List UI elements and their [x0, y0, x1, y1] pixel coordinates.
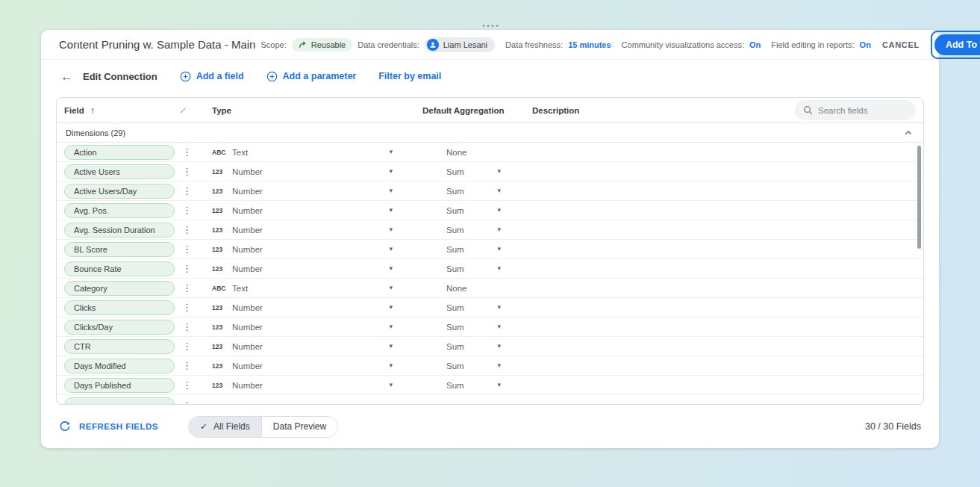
- aggregation-select[interactable]: None ▾: [422, 143, 532, 161]
- field-name: Avg. Pos.: [74, 206, 109, 215]
- aggregation-select[interactable]: Sum ▾: [422, 376, 532, 394]
- field-options-menu-icon[interactable]: ⋮: [181, 361, 193, 370]
- freshness-value[interactable]: 15 minutes: [568, 40, 611, 49]
- type-icon: 123: [212, 187, 232, 195]
- field-name-pill[interactable]: [64, 397, 175, 405]
- field-cell: CTR ⋮: [64, 339, 212, 354]
- field-editing-value[interactable]: On: [860, 40, 871, 49]
- community-access-value[interactable]: On: [749, 40, 761, 49]
- drag-handle[interactable]: [481, 23, 499, 28]
- type-select[interactable]: 123 Number ▾: [212, 356, 422, 375]
- vertical-scrollbar-thumb[interactable]: [917, 146, 921, 249]
- type-dropdown-caret-icon: ▾: [389, 323, 393, 330]
- refresh-fields-button[interactable]: REFRESH FIELDS: [59, 421, 158, 432]
- data-preview-tab[interactable]: Data Preview: [261, 417, 337, 437]
- field-name-pill[interactable]: BL Score: [64, 242, 175, 257]
- field-options-menu-icon[interactable]: ⋮: [181, 303, 193, 312]
- aggregation-select[interactable]: None ▾: [422, 279, 532, 297]
- field-name-pill[interactable]: Active Users: [64, 164, 175, 179]
- credentials-badge[interactable]: Liam Lesani: [425, 37, 495, 52]
- field-options-menu-icon[interactable]: ⋮: [181, 147, 193, 157]
- type-select[interactable]: 123 Number ▾: [212, 317, 422, 336]
- field-options-menu-icon[interactable]: ⋮: [181, 322, 193, 332]
- refresh-icon: [59, 421, 71, 432]
- field-options-menu-icon[interactable]: ⋮: [181, 380, 193, 390]
- type-select[interactable]: 123 Number ▾: [212, 182, 422, 200]
- field-name-pill[interactable]: Bounce Rate: [64, 261, 175, 276]
- type-select[interactable]: 123 Number ▾: [212, 240, 422, 258]
- type-select[interactable]: 123 Number ▾: [212, 298, 422, 317]
- credentials-user: Liam Lesani: [443, 40, 487, 49]
- collapse-chevron-icon[interactable]: [902, 127, 914, 139]
- type-select[interactable]: ▾: [212, 395, 422, 405]
- table-row: Days Modified ⋮ 123 Number ▾ Sum ▾: [57, 356, 923, 376]
- field-name-pill[interactable]: Avg. Pos.: [64, 203, 175, 218]
- field-name-pill[interactable]: Days Modified: [64, 359, 175, 373]
- aggregation-value: Sum: [446, 245, 464, 254]
- field-name-pill[interactable]: Category: [64, 281, 175, 296]
- search-input[interactable]: [818, 106, 908, 115]
- type-select[interactable]: 123 Number ▾: [212, 376, 422, 394]
- add-to-report-highlight-ring: Add To Report: [931, 31, 980, 59]
- field-column-header[interactable]: Field ↑: [64, 105, 212, 116]
- back-arrow-icon[interactable]: ←: [60, 70, 73, 83]
- aggregation-dropdown-caret-icon: ▾: [497, 168, 501, 175]
- field-options-menu-icon[interactable]: ⋮: [181, 341, 193, 351]
- add-parameter-button[interactable]: Add a parameter: [266, 71, 357, 82]
- field-options-menu-icon[interactable]: ⋮: [181, 186, 193, 196]
- type-select[interactable]: 123 Number ▾: [212, 259, 422, 278]
- aggregation-select[interactable]: Sum ▾: [422, 201, 532, 220]
- scope-label: Scope:: [260, 40, 286, 49]
- field-options-menu-icon[interactable]: ⋮: [181, 264, 193, 273]
- type-select[interactable]: ABC Text ▾: [212, 279, 422, 297]
- aggregation-select[interactable]: Sum ▾: [422, 220, 532, 239]
- aggregation-select[interactable]: Sum ▾: [422, 298, 532, 317]
- filter-by-email-button[interactable]: Filter by email: [378, 71, 441, 81]
- type-icon: 123: [212, 343, 232, 350]
- field-cell: Avg. Pos. ⋮: [64, 203, 212, 218]
- aggregation-select[interactable]: Sum ▾: [422, 182, 532, 200]
- search-fields-box: [795, 100, 916, 120]
- field-cell: Active Users ⋮: [64, 164, 212, 179]
- field-options-menu-icon[interactable]: ⋮: [181, 244, 193, 254]
- type-select[interactable]: 123 Number ▾: [212, 337, 422, 356]
- aggregation-select[interactable]: Sum ▾: [422, 356, 532, 375]
- column-resize-handle-icon[interactable]: [180, 106, 187, 115]
- add-field-button[interactable]: Add a field: [180, 71, 244, 82]
- type-dropdown-caret-icon: ▾: [389, 285, 393, 291]
- data-source-editor-card: Content Pruning w. Sample Data - Main Sc…: [41, 30, 939, 448]
- field-name-pill[interactable]: Avg. Session Duration: [64, 223, 175, 238]
- field-options-menu-icon[interactable]: ⋮: [181, 283, 193, 293]
- scope-badge[interactable]: Reusable: [292, 38, 352, 52]
- aggregation-select[interactable]: Sum ▾: [422, 162, 532, 181]
- fields-count: 30 / 30 Fields: [865, 421, 921, 432]
- type-dropdown-caret-icon: ▾: [389, 168, 393, 175]
- type-select[interactable]: 123 Number ▾: [212, 201, 422, 220]
- cancel-button[interactable]: CANCEL: [876, 40, 926, 49]
- field-options-menu-icon[interactable]: ⋮: [181, 167, 193, 176]
- type-select[interactable]: ABC Text ▾: [212, 143, 422, 161]
- type-select[interactable]: 123 Number ▾: [212, 162, 422, 181]
- field-options-menu-icon[interactable]: ⋮: [181, 400, 193, 406]
- type-label: Number: [232, 187, 263, 196]
- aggregation-select[interactable]: Sum ▾: [422, 259, 532, 278]
- aggregation-select[interactable]: Sum ▾: [422, 240, 532, 258]
- add-to-report-button[interactable]: Add To Report: [934, 34, 980, 55]
- field-options-menu-icon[interactable]: ⋮: [181, 225, 193, 235]
- field-name-pill[interactable]: Action: [64, 145, 175, 160]
- aggregation-select[interactable]: Sum ▾: [422, 337, 532, 356]
- aggregation-select[interactable]: ▾: [422, 395, 532, 405]
- field-name-pill[interactable]: CTR: [64, 339, 175, 354]
- field-name: BL Score: [74, 245, 107, 254]
- field-name-pill[interactable]: Clicks: [64, 300, 175, 315]
- field-cell: Avg. Session Duration ⋮: [64, 223, 212, 238]
- field-name-pill[interactable]: Days Published: [64, 378, 175, 393]
- aggregation-select[interactable]: Sum ▾: [422, 317, 532, 336]
- field-name-pill[interactable]: Clicks/Day: [64, 320, 175, 335]
- all-fields-tab[interactable]: ✓ All Fields: [189, 417, 261, 437]
- edit-connection-button[interactable]: Edit Connection: [83, 71, 157, 82]
- type-dropdown-caret-icon: ▾: [389, 187, 393, 194]
- field-options-menu-icon[interactable]: ⋮: [181, 205, 193, 215]
- type-select[interactable]: 123 Number ▾: [212, 220, 422, 239]
- field-name-pill[interactable]: Active Users/Day: [64, 184, 175, 199]
